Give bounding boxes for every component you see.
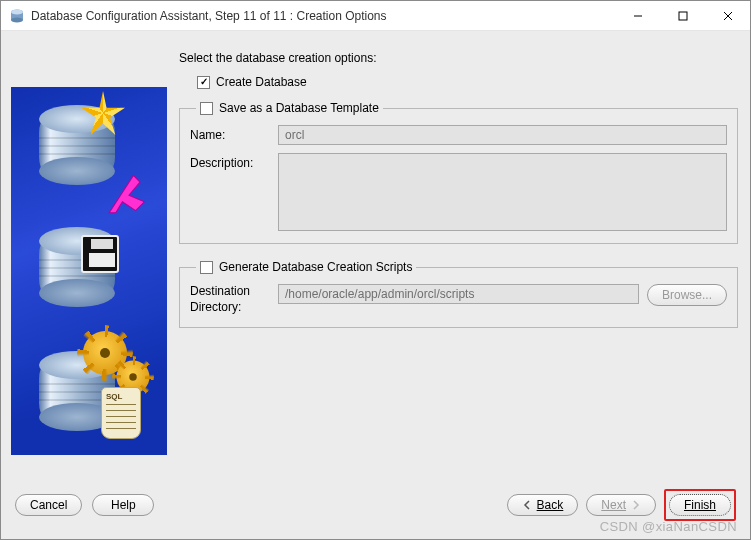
generate-scripts-group: Generate Database Creation Scripts Desti… xyxy=(179,260,738,328)
content-area: Select the database creation options: Cr… xyxy=(1,31,750,483)
chevron-left-icon xyxy=(522,500,532,510)
back-button[interactable]: Back xyxy=(507,494,579,516)
create-database-label: Create Database xyxy=(216,75,307,89)
maximize-button[interactable] xyxy=(660,1,705,30)
svg-point-3 xyxy=(11,9,23,14)
floppy-disk-icon xyxy=(81,235,119,273)
sidebar xyxy=(11,39,167,483)
sql-script-icon xyxy=(101,387,141,439)
finish-button[interactable]: Finish xyxy=(669,494,731,516)
template-description-input[interactable] xyxy=(278,153,727,231)
next-button[interactable]: Next xyxy=(586,494,656,516)
save-template-legend[interactable]: Save as a Database Template xyxy=(196,101,383,115)
close-button[interactable] xyxy=(705,1,750,30)
window-frame: Database Configuration Assistant, Step 1… xyxy=(0,0,751,540)
window-controls xyxy=(615,1,750,30)
save-template-group: Save as a Database Template Name: Descri… xyxy=(179,101,738,244)
help-button[interactable]: Help xyxy=(92,494,154,516)
generate-scripts-checkbox[interactable] xyxy=(200,261,213,274)
main-panel: Select the database creation options: Cr… xyxy=(179,39,740,483)
chevron-right-icon xyxy=(631,500,641,510)
svg-marker-8 xyxy=(109,175,144,212)
create-database-option[interactable]: Create Database xyxy=(197,75,740,89)
browse-button[interactable]: Browse... xyxy=(647,284,727,306)
window-title: Database Configuration Assistant, Step 1… xyxy=(31,8,615,23)
cursor-arrow-icon xyxy=(107,171,151,215)
template-name-input[interactable] xyxy=(278,125,727,145)
cancel-button[interactable]: Cancel xyxy=(15,494,82,516)
save-template-checkbox[interactable] xyxy=(200,102,213,115)
sparkle-icon xyxy=(81,91,125,135)
template-description-label: Description: xyxy=(190,153,270,170)
generate-scripts-legend-text: Generate Database Creation Scripts xyxy=(219,260,412,274)
create-database-checkbox[interactable] xyxy=(197,76,210,89)
destination-directory-label: Destination Directory: xyxy=(190,284,270,315)
svg-rect-5 xyxy=(679,12,687,20)
wizard-footer: Cancel Help Back Next Finish xyxy=(1,483,750,539)
finish-highlight: Finish xyxy=(664,489,736,521)
svg-point-2 xyxy=(11,17,23,22)
template-name-label: Name: xyxy=(190,125,270,142)
instruction-text: Select the database creation options: xyxy=(179,51,740,65)
wizard-illustration xyxy=(11,87,167,455)
titlebar[interactable]: Database Configuration Assistant, Step 1… xyxy=(1,1,750,31)
generate-scripts-legend[interactable]: Generate Database Creation Scripts xyxy=(196,260,416,274)
app-icon xyxy=(9,8,25,24)
minimize-button[interactable] xyxy=(615,1,660,30)
destination-directory-input[interactable] xyxy=(278,284,639,304)
save-template-legend-text: Save as a Database Template xyxy=(219,101,379,115)
